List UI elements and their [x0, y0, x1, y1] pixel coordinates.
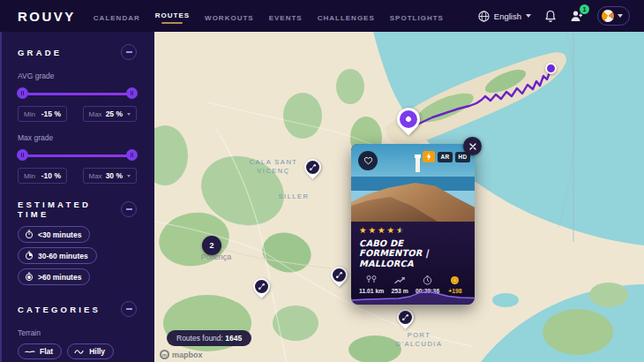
half-star-icon: ★★ [396, 226, 404, 235]
categories-collapse-button[interactable] [121, 301, 137, 317]
main-nav: CALENDAR ROUTES WORKOUTS EVENTS CHALLENG… [94, 8, 444, 24]
lightning-icon [426, 153, 431, 161]
max-grade-label: Max grade [18, 133, 137, 142]
avg-grade-label: AVG grade [18, 72, 137, 80]
minus-icon [126, 208, 132, 210]
terrain-label: Terrain [18, 328, 137, 337]
stopwatch-icon [25, 230, 34, 239]
rating-stars: ★ ★ ★ ★ ★★ [359, 226, 467, 235]
time-filter-under-30[interactable]: <30 minutes [18, 226, 90, 243]
friends-badge: 1 [580, 4, 589, 14]
route-distance-icon [366, 275, 377, 285]
route-icon [399, 311, 412, 324]
estimated-time-title: ESTIMATED TIME [18, 200, 121, 219]
nav-workouts[interactable]: WORKOUTS [205, 11, 254, 22]
route-card[interactable]: AR HD ★ ★ ★ ★ ★★ CABO DE FORMENTOR | MAL… [351, 144, 475, 305]
route-icon [255, 280, 268, 293]
coins-icon [450, 275, 460, 285]
flat-icon [25, 348, 35, 355]
stopwatch-icon [25, 251, 34, 260]
grade-section-header: GRADE [18, 44, 137, 60]
routes-found-badge: Routes found: 1645 [167, 330, 251, 346]
avg-grade-max-handle[interactable] [126, 87, 138, 99]
estimated-time-section-header: ESTIMATED TIME [18, 200, 137, 219]
selected-route-end-marker[interactable] [545, 63, 557, 74]
routes-map[interactable]: CALA SANTVICENÇ SILLER Pollença PORTD'AL… [154, 32, 644, 362]
shaky-ride-badge [423, 151, 435, 162]
categories-section-header: CATEGORIES [18, 301, 137, 317]
terrain-filter-flat[interactable]: Flat [18, 343, 62, 359]
duration-icon [423, 275, 432, 285]
avg-grade-min-field[interactable]: Min -15 % [18, 106, 67, 122]
grade-collapse-button[interactable] [121, 44, 137, 60]
chevron-down-icon [127, 113, 131, 116]
globe-icon [478, 11, 490, 22]
avatar [602, 10, 614, 22]
chevron-down-icon [618, 14, 623, 18]
slider-track[interactable] [18, 93, 137, 95]
language-selector[interactable]: English [478, 11, 531, 22]
chevron-down-icon [127, 175, 131, 177]
hilly-icon [74, 348, 85, 355]
favorite-button[interactable] [358, 151, 378, 170]
route-photo: AR HD [351, 144, 475, 222]
route-icon [333, 268, 346, 282]
avg-grade-slider [18, 87, 137, 100]
topbar-right: English 1 [478, 6, 630, 26]
mapbox-icon: m [160, 350, 169, 359]
sidebar-edge [0, 32, 2, 362]
star-icon: ★ [387, 226, 395, 235]
stopwatch-icon [25, 272, 34, 282]
rouvy-logo[interactable]: ROUVY [18, 9, 76, 24]
grade-title: GRADE [18, 48, 62, 57]
active-tab-underline [161, 22, 183, 24]
close-icon [469, 143, 476, 150]
star-icon: ★ [359, 226, 367, 235]
time-filter-30-60[interactable]: 30-60 minutes [18, 247, 97, 264]
nav-spotlights[interactable]: SPOTLIGHTS [390, 11, 444, 22]
friends-button[interactable]: 1 [570, 10, 584, 22]
avg-grade-min-handle[interactable] [17, 87, 28, 99]
estimated-time-collapse-button[interactable] [121, 201, 137, 217]
terrain-filter-hilly[interactable]: Hilly [67, 343, 114, 359]
nav-events[interactable]: EVENTS [269, 11, 303, 22]
max-grade-min-handle[interactable] [17, 149, 28, 161]
slider-track[interactable] [18, 155, 137, 157]
time-filter-over-60[interactable]: >60 minutes [18, 268, 90, 285]
account-menu-button[interactable] [597, 6, 630, 26]
elevation-profile [351, 287, 475, 305]
categories-title: CATEGORIES [18, 305, 101, 314]
star-icon: ★ [378, 226, 386, 235]
minus-icon [126, 308, 132, 310]
max-grade-max-handle[interactable] [126, 149, 138, 161]
top-navigation-bar: ROUVY CALENDAR ROUTES WORKOUTS EVENTS CH… [0, 0, 644, 32]
ar-badge: AR [438, 152, 453, 162]
mapbox-attribution[interactable]: m mapbox [160, 350, 203, 359]
nav-challenges[interactable]: CHALLENGES [318, 11, 375, 22]
star-icon: ★ [369, 226, 377, 235]
chevron-down-icon [526, 14, 531, 18]
minus-icon [126, 51, 132, 53]
route-title: CABO DE FORMENTOR | MALLORCA [359, 238, 467, 269]
notifications-button[interactable] [544, 10, 557, 23]
max-grade-slider [18, 149, 137, 162]
route-cluster-marker[interactable]: 2 [202, 236, 221, 255]
bell-icon [544, 10, 557, 23]
max-grade-min-field[interactable]: Min -10 % [18, 168, 67, 184]
avg-grade-max-field[interactable]: Max 25 % [83, 106, 138, 122]
close-card-button[interactable] [463, 137, 482, 155]
lighthouse [416, 158, 420, 172]
filters-sidebar: GRADE AVG grade Min -15 % Max 25 % Max g… [0, 32, 154, 362]
max-grade-max-field[interactable]: Max 30 % [83, 168, 138, 184]
rouvy-app: ROUVY CALENDAR ROUTES WORKOUTS EVENTS CH… [0, 0, 644, 362]
heart-icon [363, 156, 373, 165]
language-label: English [494, 11, 521, 21]
route-icon [306, 161, 319, 174]
nav-routes[interactable]: ROUTES [155, 8, 190, 24]
nav-calendar[interactable]: CALENDAR [94, 11, 140, 22]
elevation-gain-icon [394, 275, 406, 285]
